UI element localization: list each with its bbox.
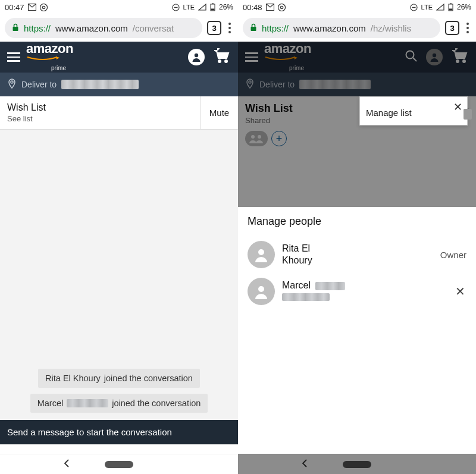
redacted-name — [315, 282, 345, 290]
system-message: Marcel joined the conversation — [30, 394, 208, 413]
menu-icon[interactable] — [7, 52, 20, 62]
svg-rect-20 — [449, 9, 452, 11]
person-name: Marcel — [282, 280, 447, 291]
status-network: LTE — [421, 4, 433, 11]
remove-person-button[interactable]: ✕ — [454, 282, 466, 301]
lock-icon — [250, 23, 257, 33]
do-not-disturb-icon — [172, 4, 180, 11]
mute-button[interactable]: Mute — [200, 96, 238, 129]
svg-point-14 — [278, 4, 285, 11]
do-not-disturb-icon — [410, 4, 418, 11]
redacted-name — [67, 399, 108, 407]
battery-icon — [210, 3, 215, 11]
svg-point-2 — [42, 6, 45, 8]
svg-rect-19 — [450, 4, 452, 5]
phone-right: 00:48 LTE 26% htt — [238, 0, 476, 474]
sys-text: joined the conversation — [104, 373, 193, 383]
chrome-icon — [278, 4, 286, 11]
svg-point-30 — [258, 249, 264, 255]
url-path: /hz/wishlis — [371, 23, 411, 33]
person-name: Rita El Khoury — [282, 243, 336, 266]
deliver-bar[interactable]: Deliver to — [0, 73, 238, 96]
status-bar: 00:48 LTE 26% — [238, 0, 476, 14]
status-battery: 26% — [219, 3, 233, 11]
amazon-header: amazon prime — [0, 42, 238, 73]
mail-icon — [266, 4, 274, 11]
manage-list-link[interactable]: Manage list — [366, 108, 461, 118]
sys-name: Rita El Khoury — [45, 373, 101, 383]
svg-point-31 — [258, 286, 264, 292]
android-nav-bar — [0, 454, 238, 474]
browser-bar: https://www.amazon.com/conversat 3 — [0, 14, 238, 42]
amazon-logo[interactable]: amazon prime — [26, 42, 182, 73]
status-time: 00:48 — [243, 3, 262, 12]
account-icon[interactable] — [188, 49, 205, 65]
sheet-title: Manage people — [248, 215, 466, 228]
url-host: www.amazon.com — [293, 23, 366, 33]
tab-count[interactable]: 3 — [207, 21, 221, 35]
tag-icon — [464, 109, 472, 120]
svg-rect-7 — [211, 9, 214, 11]
phone-left: 00:47 LTE 26% htt — [0, 0, 238, 474]
svg-rect-21 — [251, 27, 256, 31]
wishlist-subtitle: See list — [7, 114, 193, 123]
url-host: www.amazon.com — [55, 23, 128, 33]
person-row: Marcel ✕ — [248, 273, 466, 310]
redacted-address — [61, 80, 139, 89]
location-icon — [7, 79, 17, 91]
nav-back-icon[interactable] — [62, 459, 71, 470]
conversation-hint: Send a message to start the conversation — [0, 420, 238, 444]
svg-point-9 — [195, 54, 198, 57]
url-path: /conversat — [133, 23, 174, 33]
url-bar[interactable]: https://www.amazon.com/hz/wishlis — [243, 18, 440, 38]
svg-rect-6 — [212, 4, 214, 5]
lock-icon — [12, 23, 19, 33]
signal-icon — [198, 4, 206, 11]
deliver-label: Deliver to — [21, 80, 57, 89]
svg-rect-8 — [13, 27, 18, 31]
browser-menu-icon[interactable] — [464, 20, 471, 36]
svg-point-12 — [11, 81, 13, 83]
manage-people-sheet: Manage people Rita El Khoury Owner Marce… — [238, 207, 476, 454]
signal-icon — [436, 4, 444, 11]
sys-text: joined the conversation — [112, 398, 201, 408]
redacted-detail — [282, 293, 330, 301]
wishlist-title: Wish List — [7, 102, 193, 113]
battery-icon — [448, 3, 453, 11]
person-row: Rita El Khoury Owner — [248, 236, 466, 273]
mail-icon — [28, 4, 36, 11]
status-time: 00:47 — [5, 3, 24, 12]
status-network: LTE — [183, 4, 195, 11]
person-role: Owner — [440, 250, 466, 260]
avatar-icon — [248, 241, 275, 268]
tab-count[interactable]: 3 — [445, 21, 459, 35]
url-protocol: https:// — [24, 23, 51, 33]
url-protocol: https:// — [262, 23, 289, 33]
url-bar[interactable]: https://www.amazon.com/conversat — [5, 18, 202, 38]
system-message: Rita El Khoury joined the conversation — [38, 369, 200, 388]
svg-point-11 — [225, 60, 227, 62]
conversation-area: Rita El Khoury joined the conversation M… — [0, 130, 238, 420]
status-bar: 00:47 LTE 26% — [0, 0, 238, 14]
close-icon[interactable]: ✕ — [453, 101, 462, 114]
chrome-icon — [40, 4, 48, 11]
browser-bar: https://www.amazon.com/hz/wishlis 3 — [238, 14, 476, 42]
wishlist-row: Wish List See list Mute — [0, 96, 238, 130]
manage-list-popover: ✕ Manage list — [359, 96, 468, 125]
svg-point-15 — [280, 6, 283, 8]
wishlist-link[interactable]: Wish List See list — [0, 96, 200, 129]
sys-name: Marcel — [37, 398, 64, 408]
nav-home-pill[interactable] — [105, 461, 133, 468]
avatar-icon — [248, 278, 275, 305]
cart-icon[interactable] — [213, 48, 231, 66]
status-battery: 26% — [457, 3, 471, 11]
svg-point-10 — [218, 60, 221, 62]
browser-menu-icon[interactable] — [226, 20, 233, 36]
svg-point-1 — [40, 4, 47, 11]
